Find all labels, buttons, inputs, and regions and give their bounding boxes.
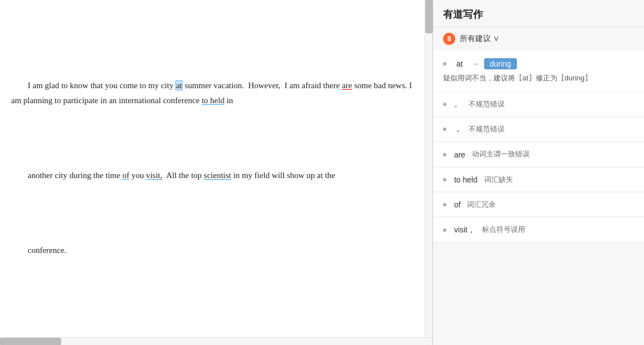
- suggestion-word-0: at: [456, 59, 463, 68]
- word-at-highlighted: at: [175, 80, 183, 90]
- bullet-icon-6: [443, 229, 446, 232]
- suggestions-count-badge: 8: [443, 33, 455, 45]
- editor-text-line3d: in my field will show up at the: [231, 171, 335, 180]
- right-panel: 有道写作 8 所有建议 ∨ at → during 疑似用词不当，建议将【at】…: [433, 0, 644, 345]
- suggestion-type-4: 词汇缺失: [484, 175, 513, 184]
- editor-hscrollbar-thumb[interactable]: [0, 338, 61, 345]
- dropdown-arrow-icon: ∨: [493, 34, 500, 43]
- suggestion-word-1: 。: [454, 99, 462, 108]
- suggestions-header[interactable]: 8 所有建议 ∨: [433, 27, 644, 50]
- editor-text-line1a: I am glad to know that you come to my ci…: [28, 81, 175, 90]
- bullet-icon-5: [443, 203, 446, 206]
- suggestions-label[interactable]: 所有建议 ∨: [460, 34, 500, 44]
- suggestion-word-5: of: [454, 200, 461, 209]
- editor-text-line4: conference.: [28, 246, 67, 255]
- suggestion-word-6: visit，: [454, 225, 475, 234]
- suggestion-item-of[interactable]: of 词汇冗余: [433, 193, 644, 217]
- suggestion-type-3: 动词主谓一致错误: [472, 150, 530, 159]
- editor-scrollbar[interactable]: [425, 0, 432, 345]
- right-panel-header: 有道写作: [433, 0, 644, 27]
- suggestions-list: at → during 疑似用词不当，建议将【at】修正为【during】 。 …: [433, 50, 644, 345]
- editor-text-line3a: another city during the time: [28, 171, 122, 180]
- word-of: of: [122, 171, 129, 180]
- suggestion-word-2: ，: [454, 124, 462, 133]
- editor-text-line2b: in: [224, 96, 233, 105]
- editor-text[interactable]: I am glad to know that you come to my ci…: [11, 33, 421, 303]
- suggestion-item-visit[interactable]: visit， 标点符号误用: [433, 218, 644, 242]
- editor-scrollbar-thumb[interactable]: [425, 0, 433, 33]
- replacement-button-0[interactable]: during: [484, 58, 517, 69]
- editor-scroll-area[interactable]: I am glad to know that you come to my ci…: [0, 0, 432, 337]
- bullet-icon-1: [443, 103, 446, 106]
- word-are: are: [342, 81, 352, 90]
- editor-text-line3b: you: [129, 171, 146, 180]
- app-title: 有道写作: [443, 8, 483, 21]
- suggestion-item-are[interactable]: are 动词主谓一致错误: [433, 143, 644, 166]
- suggestion-word-3: are: [454, 150, 465, 159]
- suggestion-type-6: 标点符号误用: [482, 226, 525, 234]
- suggestions-label-text: 所有建议: [460, 34, 491, 43]
- suggestion-word-4: to held: [454, 175, 477, 184]
- suggestion-item-to-held[interactable]: to held 词汇缺失: [433, 168, 644, 192]
- bullet-icon-4: [443, 178, 446, 181]
- suggestion-type-5: 词汇冗余: [467, 200, 496, 209]
- suggestion-item-at[interactable]: at → during 疑似用词不当，建议将【at】修正为【during】: [433, 50, 644, 93]
- bullet-icon-2: [443, 128, 446, 131]
- suggestion-type-2: 不规范错误: [469, 125, 505, 133]
- suggestion-item-period[interactable]: 。 不规范错误: [433, 93, 644, 116]
- suggestion-item-comma[interactable]: ， 不规范错误: [433, 118, 644, 141]
- bullet-icon-0: [443, 62, 446, 65]
- suggestion-type-1: 不规范错误: [469, 100, 505, 108]
- word-to-held: to held: [202, 96, 224, 105]
- word-scientist: scientist: [204, 171, 231, 180]
- editor-text-line1b: summer vacation. However, I am afraid th…: [183, 81, 342, 90]
- editor-horizontal-scrollbar[interactable]: [0, 337, 432, 345]
- bullet-icon-3: [443, 153, 446, 156]
- suggestion-description-0: 疑似用词不当，建议将【at】修正为【during】: [443, 73, 634, 84]
- word-visit: visit,: [146, 171, 163, 180]
- editor-panel: I am glad to know that you come to my ci…: [0, 0, 433, 345]
- editor-text-line3c: All the top: [162, 171, 204, 180]
- arrow-icon-0: →: [472, 59, 480, 68]
